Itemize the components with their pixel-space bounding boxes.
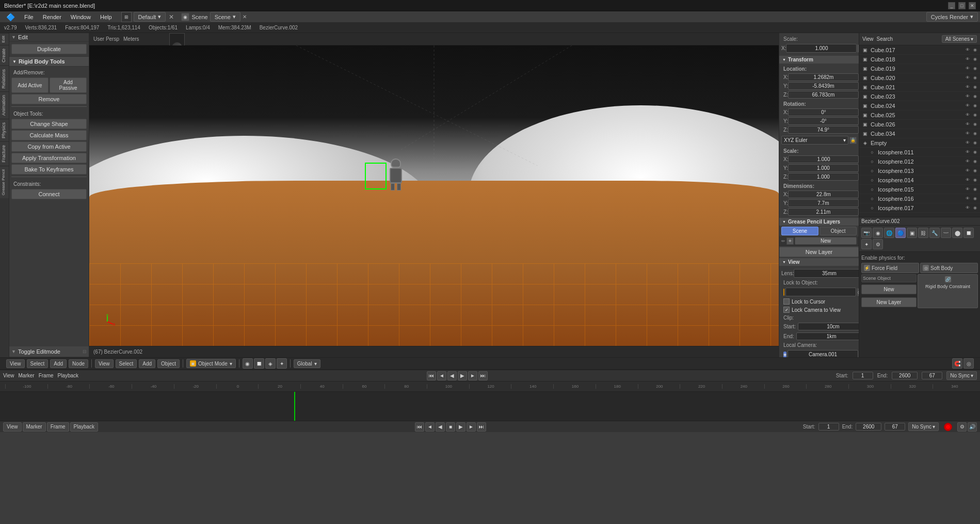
relations-tab[interactable]: Relations <box>0 66 9 92</box>
object-toolbar-btn[interactable]: Object <box>157 359 180 368</box>
window-menu[interactable]: Window <box>67 13 95 21</box>
outliner-search-btn[interactable]: Search <box>877 36 893 42</box>
footer-no-sync[interactable]: No Sync▾ <box>908 422 939 431</box>
renderer-dropdown[interactable]: Cycles Render▾ <box>926 12 978 22</box>
physics-props-btn[interactable]: ⚙ <box>873 239 883 249</box>
outliner-item-cube018[interactable]: ▣ Cube.018 👁 ◉ <box>859 55 980 64</box>
rendered-mode-btn[interactable]: ✦ <box>277 358 287 369</box>
snap-btn[interactable]: 🧲 <box>952 358 962 369</box>
render-btn[interactable]: ◉ <box>972 103 978 109</box>
add-active-btn[interactable]: Add Active <box>11 77 49 93</box>
render-btn[interactable]: ◉ <box>972 177 978 183</box>
duplicate-btn[interactable]: Duplicate <box>11 44 87 54</box>
clip-start-input[interactable] <box>798 323 859 330</box>
outliner-item-icosphere015[interactable]: ○ Icosphere.015 👁 ◉ <box>859 185 980 194</box>
render-btn[interactable]: ◉ <box>972 205 978 211</box>
outliner-item-icosphere016[interactable]: ○ Icosphere.016 👁 ◉ <box>859 194 980 203</box>
footer-end-input[interactable] <box>856 423 881 431</box>
scl-z-input[interactable] <box>788 173 859 181</box>
bake-to-keyframes-btn[interactable]: Bake To Keyframes <box>11 164 87 174</box>
new-physics-btn[interactable]: New <box>861 284 917 294</box>
texture-mode-btn[interactable]: 🔲 <box>254 358 264 369</box>
outliner-item-icosphere012[interactable]: ○ Icosphere.012 👁 ◉ <box>859 157 980 166</box>
calculate-mass-btn[interactable]: Calculate Mass <box>11 130 87 140</box>
rot-x-input[interactable] <box>788 108 859 116</box>
outliner-item-icosphere013[interactable]: ○ Icosphere.013 👁 ◉ <box>859 166 980 176</box>
outliner-item-cube019[interactable]: ▣ Cube.019 👁 ◉ <box>859 64 980 73</box>
new-layer-btn[interactable]: New Layer <box>861 297 917 307</box>
render-btn[interactable]: ◉ <box>972 121 978 128</box>
outliner-item-icosphere011[interactable]: ○ Icosphere.011 👁 ◉ <box>859 148 980 157</box>
gp-object-tab[interactable]: Object <box>820 227 857 235</box>
visibility-btn[interactable]: 👁 <box>965 84 971 90</box>
data-props-btn[interactable]: 〰 <box>941 228 951 238</box>
lock-camera-checkbox[interactable] <box>783 307 790 313</box>
toggle-editmode-header[interactable]: ▼ Toggle Editmode ⊟ <box>9 346 89 357</box>
render-btn[interactable]: ◉ <box>972 75 978 81</box>
footer-stop[interactable]: ■ <box>446 422 455 432</box>
animation-tab[interactable]: Animation <box>0 91 9 119</box>
view-header[interactable]: View <box>779 258 859 266</box>
outliner-view-btn[interactable]: View <box>862 36 874 42</box>
gp-layers-header[interactable]: Grease Pencil Layers <box>779 218 859 226</box>
render-btn[interactable]: ◉ <box>972 196 978 202</box>
force-field-btn[interactable]: ⚡ Force Field <box>861 263 919 273</box>
constraint-props-btn[interactable]: ⛓ <box>918 228 928 238</box>
clip-end-input[interactable] <box>796 332 859 340</box>
footer-play-end[interactable]: ⏭ <box>477 422 486 432</box>
mode-icon-btn[interactable]: ⊞ <box>121 12 132 22</box>
camera-name-input[interactable] <box>788 350 858 357</box>
end-frame-input[interactable] <box>892 372 918 379</box>
select2-toolbar-btn[interactable]: Select <box>116 359 137 368</box>
particle-props-btn[interactable]: ✦ <box>861 239 872 249</box>
fracture-tab[interactable]: Fracture <box>0 141 9 166</box>
outliner-item-cube020[interactable]: ▣ Cube.020 👁 ◉ <box>859 73 980 83</box>
euler-dropdown[interactable]: XYZ Euler ▾ <box>781 136 848 145</box>
outliner-item-cube026[interactable]: ▣ Cube.026 👁 ◉ <box>859 120 980 129</box>
scene-dropdown[interactable]: Scene▾ <box>210 12 240 22</box>
timeline-playback-btn[interactable]: Playback <box>58 373 79 378</box>
render-btn[interactable]: ◉ <box>972 66 978 72</box>
prev-keyframe-btn[interactable]: ◄ <box>437 371 446 380</box>
grease-pencil-tab[interactable]: Grease Pencil <box>0 166 9 198</box>
visibility-btn[interactable]: 👁 <box>965 149 971 155</box>
help-menu[interactable]: Help <box>96 13 116 21</box>
visibility-btn[interactable]: 👁 <box>965 205 971 211</box>
all-scenes-dropdown[interactable]: All Scenes▾ <box>942 35 977 43</box>
outliner-item-cube021[interactable]: ▣ Cube.021 👁 ◉ <box>859 83 980 92</box>
scl-x-input[interactable] <box>788 155 859 163</box>
dim-z-input[interactable] <box>788 208 859 216</box>
select-toolbar-btn[interactable]: Select <box>27 359 49 368</box>
play-forward-btn[interactable]: ▶ <box>458 371 467 380</box>
file-menu[interactable]: File <box>20 13 38 21</box>
node-toolbar-btn[interactable]: Node <box>69 359 88 368</box>
footer-start-input[interactable] <box>818 423 839 431</box>
camera-props-btn[interactable]: 📷 <box>861 228 872 238</box>
solid-mode-btn[interactable]: ◉ <box>243 358 253 369</box>
add-passive-btn[interactable]: Add Passive <box>50 77 87 93</box>
remove-btn[interactable]: Remove <box>11 94 87 104</box>
visibility-btn[interactable]: 👁 <box>965 112 971 118</box>
proportional-edit-btn[interactable]: ◎ <box>963 358 974 369</box>
render-btn[interactable]: ◉ <box>972 140 978 146</box>
visibility-btn[interactable]: 👁 <box>965 177 971 183</box>
footer-play[interactable]: ▶ <box>456 422 465 432</box>
scene-settings-btn[interactable]: ✕ <box>243 14 247 20</box>
render-btn[interactable]: ◉ <box>972 84 978 90</box>
loc-y-input[interactable] <box>788 82 859 90</box>
extra-btn1[interactable]: ⚙ <box>957 422 967 432</box>
gp-scene-tab[interactable]: Scene <box>781 227 818 235</box>
render-props-btn[interactable]: ◉ <box>873 228 883 238</box>
rigid-body-constraint-btn[interactable]: 🔗 Rigid Body Constraint <box>918 274 978 308</box>
render-btn[interactable]: ◉ <box>972 93 978 100</box>
outliner-item-cube025[interactable]: ▣ Cube.025 👁 ◉ <box>859 110 980 120</box>
add-toolbar-btn[interactable]: Add <box>50 359 67 368</box>
rot-z-input[interactable] <box>788 126 859 134</box>
timeline-marker-btn[interactable]: Marker <box>19 373 35 378</box>
render-btn[interactable]: ◉ <box>972 158 978 165</box>
close-btn[interactable]: ✕ <box>969 2 976 9</box>
texture-props-btn[interactable]: 🔲 <box>963 228 974 238</box>
scl-y-input[interactable] <box>788 164 859 172</box>
transform-header[interactable]: Transform <box>779 56 859 63</box>
footer-next-key[interactable]: ► <box>467 422 476 432</box>
